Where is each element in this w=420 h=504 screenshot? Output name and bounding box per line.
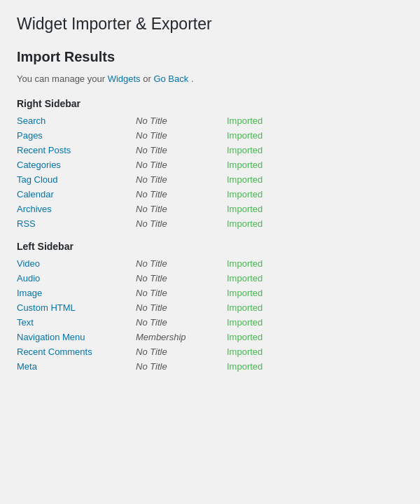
widget-table-right-sidebar: SearchNo TitleImportedPagesNo TitleImpor… [17,113,403,231]
table-row: SearchNo TitleImported [17,113,403,128]
widget-status: Imported [227,344,403,359]
table-row: CalendarNo TitleImported [17,187,403,202]
table-row: CategoriesNo TitleImported [17,158,403,172]
widget-title: No Title [136,256,227,271]
widget-status: Imported [227,330,403,344]
page-container: Widget Importer & Exporter Import Result… [0,0,420,395]
widget-title: No Title [136,143,227,158]
table-row: Recent PostsNo TitleImported [17,143,403,158]
table-row: ArchivesNo TitleImported [17,202,403,216]
widget-title: No Title [136,202,227,216]
widget-name: Recent Comments [17,344,136,359]
widget-title: Membership [136,330,227,344]
widget-status: Imported [227,113,403,128]
widget-status: Imported [227,143,403,158]
widget-title: No Title [136,187,227,202]
widget-name: Video [17,256,136,271]
widget-title: No Title [136,300,227,315]
groups-container: Right SidebarSearchNo TitleImportedPages… [17,98,403,374]
intro-text-before: You can manage your [17,74,108,84]
group-right-sidebar: Right SidebarSearchNo TitleImportedPages… [17,98,403,231]
group-left-sidebar: Left SidebarVideoNo TitleImportedAudioNo… [17,241,403,374]
widget-status: Imported [227,286,403,300]
page-title: Widget Importer & Exporter [17,14,403,35]
widget-status: Imported [227,271,403,286]
widget-title: No Title [136,216,227,231]
widget-status: Imported [227,187,403,202]
widget-title: No Title [136,113,227,128]
widget-title: No Title [136,344,227,359]
widget-name: Categories [17,158,136,172]
table-row: Recent CommentsNo TitleImported [17,344,403,359]
widget-name: Audio [17,271,136,286]
table-row: PagesNo TitleImported [17,128,403,143]
widget-name: Recent Posts [17,143,136,158]
widget-name: Pages [17,128,136,143]
table-row: Tag CloudNo TitleImported [17,172,403,187]
widget-status: Imported [227,216,403,231]
table-row: AudioNo TitleImported [17,271,403,286]
widget-status: Imported [227,128,403,143]
widget-name: Archives [17,202,136,216]
group-heading-left-sidebar: Left Sidebar [17,241,403,252]
widget-status: Imported [227,300,403,315]
widget-status: Imported [227,315,403,330]
widget-title: No Title [136,172,227,187]
widget-name: Navigation Menu [17,330,136,344]
widget-status: Imported [227,256,403,271]
table-row: RSSNo TitleImported [17,216,403,231]
intro-text-after: . [191,74,194,84]
widget-table-left-sidebar: VideoNo TitleImportedAudioNo TitleImport… [17,256,403,374]
section-heading: Import Results [17,49,403,65]
widget-title: No Title [136,315,227,330]
widgets-link[interactable]: Widgets [108,74,141,84]
group-heading-right-sidebar: Right Sidebar [17,98,403,109]
widget-title: No Title [136,158,227,172]
widget-status: Imported [227,359,403,374]
table-row: Navigation MenuMembershipImported [17,330,403,344]
widget-status: Imported [227,172,403,187]
widget-status: Imported [227,202,403,216]
widget-name: Image [17,286,136,300]
table-row: VideoNo TitleImported [17,256,403,271]
widget-name: Custom HTML [17,300,136,315]
widget-title: No Title [136,128,227,143]
widget-title: No Title [136,271,227,286]
widget-name: Text [17,315,136,330]
widget-name: Calendar [17,187,136,202]
table-row: Custom HTMLNo TitleImported [17,300,403,315]
widget-name: RSS [17,216,136,231]
widget-name: Search [17,113,136,128]
widget-name: Meta [17,359,136,374]
widget-title: No Title [136,359,227,374]
widget-name: Tag Cloud [17,172,136,187]
intro-text-middle: or [143,74,153,84]
intro-paragraph: You can manage your Widgets or Go Back . [17,74,403,84]
table-row: ImageNo TitleImported [17,286,403,300]
widget-status: Imported [227,158,403,172]
widget-title: No Title [136,286,227,300]
table-row: MetaNo TitleImported [17,359,403,374]
go-back-link[interactable]: Go Back [153,74,188,84]
table-row: TextNo TitleImported [17,315,403,330]
